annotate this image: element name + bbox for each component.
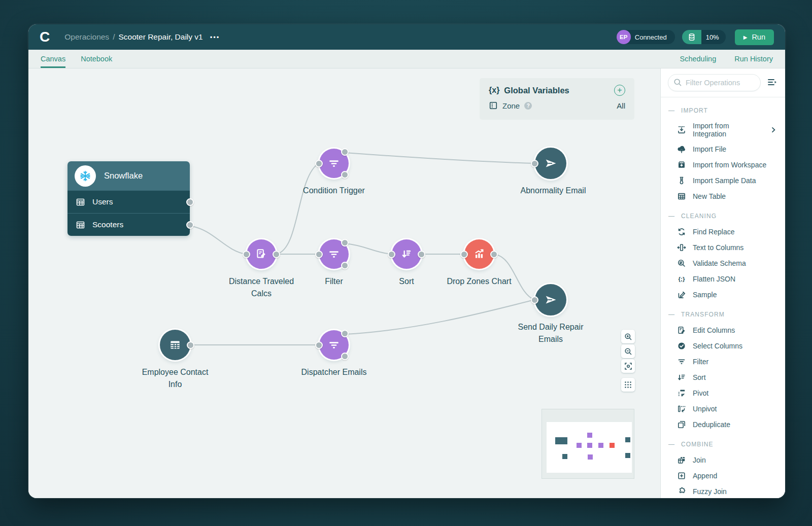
chevron-right-icon — [770, 126, 777, 133]
operations-section: — COMBINE Join Append Fuzzy Join — [661, 436, 785, 498]
tab-run-history[interactable]: Run History — [734, 50, 773, 68]
connection-status[interactable]: EP Connected — [617, 30, 675, 44]
operation-append[interactable]: Append — [661, 468, 785, 483]
collapse-panel-button[interactable] — [766, 77, 778, 89]
zoom-controls — [621, 330, 635, 392]
port[interactable] — [341, 262, 349, 269]
credits-chip[interactable]: 10% — [682, 30, 726, 44]
node-dispatcher-emails[interactable] — [319, 330, 349, 360]
send-icon — [544, 293, 558, 307]
node-condition-trigger[interactable] — [319, 149, 349, 178]
operation-find-replace[interactable]: Find Replace — [661, 224, 785, 239]
operations-section: — TRANSFORM Edit Columns Select Columns … — [661, 306, 785, 432]
port[interactable] — [186, 198, 194, 206]
operation-new-table[interactable]: New Table — [661, 188, 785, 204]
validate-schema-icon — [677, 259, 686, 268]
operation-edit-columns[interactable]: Edit Columns — [661, 322, 785, 338]
zoom-out-button[interactable] — [621, 344, 635, 358]
breadcrumb-workspace[interactable]: Operaciones — [64, 32, 109, 42]
port[interactable] — [341, 171, 349, 179]
snowflake-header[interactable]: Snowflake — [67, 161, 190, 190]
table-row-scooters[interactable]: Scooters — [67, 213, 190, 236]
operation-import-file[interactable]: Import File — [661, 141, 785, 157]
operation-deduplicate[interactable]: Deduplicate — [661, 416, 785, 432]
operation-sort[interactable]: Sort — [661, 369, 785, 385]
node-label: Filter — [298, 275, 369, 288]
breadcrumb: Operaciones / Scooter Repair, Daily v1 — [64, 32, 202, 42]
minimap-node — [588, 454, 593, 460]
operation-filter[interactable]: Filter — [661, 354, 785, 369]
port[interactable] — [243, 251, 250, 258]
breadcrumb-title[interactable]: Scooter Repair, Daily v1 — [118, 32, 202, 42]
node-send-daily-repair-emails[interactable] — [535, 284, 566, 315]
minimap-node — [625, 453, 630, 458]
variable-scope[interactable]: All — [617, 101, 625, 110]
port[interactable] — [341, 330, 349, 337]
operation-import-from-workspace[interactable]: Import from Workspace — [661, 157, 785, 172]
app-logo[interactable]: C — [40, 30, 49, 44]
table-row-users[interactable]: Users — [67, 190, 190, 213]
operation-select-columns[interactable]: Select Columns — [661, 338, 785, 354]
node-employee-contact-info[interactable] — [160, 330, 190, 360]
operation-import-from-integration[interactable]: Import from Integration — [661, 118, 785, 141]
port[interactable] — [341, 353, 349, 360]
fuzzy-join-icon — [677, 487, 686, 496]
operation-fuzzy-join[interactable]: Fuzzy Join — [661, 483, 785, 498]
port[interactable] — [460, 251, 468, 258]
dots-grid-icon — [624, 381, 632, 389]
operation-import-sample-data[interactable]: Import Sample Data — [661, 172, 785, 188]
port[interactable] — [388, 251, 395, 258]
grid-toggle-button[interactable] — [621, 378, 635, 392]
run-label: Run — [752, 33, 765, 41]
zoom-in-icon — [624, 333, 632, 341]
node-filter[interactable] — [319, 239, 349, 269]
node-snowflake-source[interactable]: Snowflake Users Scooters — [67, 161, 190, 236]
section-header[interactable]: — IMPORT — [661, 102, 785, 118]
operation-text-to-columns[interactable]: Text to Columns — [661, 239, 785, 255]
operation-flatten-json[interactable]: {;} Flatten JSON — [661, 271, 785, 287]
port[interactable] — [341, 239, 349, 247]
section-header[interactable]: — COMBINE — [661, 436, 785, 452]
node-label: Condition Trigger — [298, 185, 369, 197]
section-header[interactable]: — TRANSFORM — [661, 306, 785, 322]
add-variable-button[interactable]: + — [614, 85, 625, 96]
node-distance-traveled-calcs[interactable] — [247, 239, 276, 269]
flow-canvas[interactable]: Snowflake Users Scooters — [28, 68, 660, 498]
port[interactable] — [341, 148, 349, 156]
minimap[interactable] — [542, 409, 634, 479]
port[interactable] — [187, 341, 194, 349]
search-box — [668, 74, 761, 91]
tab-notebook[interactable]: Notebook — [81, 50, 112, 68]
operation-join[interactable]: Join — [661, 452, 785, 468]
port[interactable] — [273, 251, 280, 258]
port[interactable] — [315, 341, 323, 349]
minimap-viewport[interactable] — [547, 422, 632, 473]
node-sort[interactable] — [392, 239, 421, 269]
zoom-in-button[interactable] — [621, 330, 635, 343]
fit-view-button[interactable] — [621, 359, 635, 373]
port[interactable] — [315, 160, 323, 167]
port[interactable] — [418, 251, 425, 258]
port[interactable] — [490, 251, 498, 258]
port[interactable] — [531, 160, 538, 167]
operation-pivot[interactable]: Pivot — [661, 385, 785, 401]
more-menu-icon[interactable]: ••• — [210, 33, 220, 41]
operation-unpivot[interactable]: Unpivot — [661, 401, 785, 416]
tab-canvas[interactable]: Canvas — [41, 50, 65, 68]
operation-validate-schema[interactable]: Validate Schema — [661, 255, 785, 271]
node-label: Employee Contact Info — [140, 366, 211, 391]
port[interactable] — [531, 296, 538, 304]
node-abnormality-email[interactable] — [535, 148, 566, 179]
variable-row-zone[interactable]: Zone ? All — [489, 101, 625, 110]
port[interactable] — [186, 221, 194, 229]
chevron-right-icon — [770, 126, 777, 133]
send-icon — [544, 156, 558, 170]
operation-sample[interactable]: Sample — [661, 287, 785, 302]
avatar[interactable]: EP — [617, 30, 631, 44]
run-button[interactable]: ▶ Run — [735, 29, 774, 45]
node-drop-zones-chart[interactable] — [464, 239, 494, 269]
help-icon[interactable]: ? — [524, 102, 532, 110]
section-header[interactable]: — CLEANING — [661, 208, 785, 224]
tab-scheduling[interactable]: Scheduling — [680, 50, 717, 68]
port[interactable] — [315, 251, 323, 258]
